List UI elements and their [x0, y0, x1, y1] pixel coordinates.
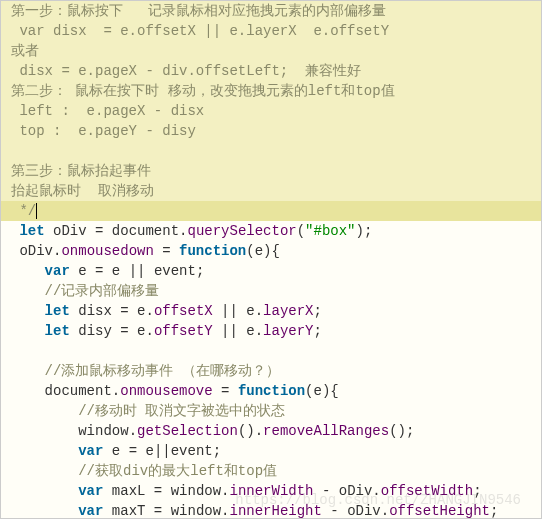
comment-line: 第一步：鼠标按下 记录鼠标相对应拖拽元素的内部偏移量	[1, 1, 541, 21]
ident-event: event	[171, 443, 213, 459]
comment-line: var disx = e.offsetX || e.layerX e.offse…	[1, 21, 541, 41]
code-line[interactable]: let disy = e.offsetY || e.layerY;	[1, 321, 541, 341]
ident-oDiv: oDiv	[19, 243, 53, 259]
comment-line: 第三步：鼠标抬起事件	[1, 161, 541, 181]
prop-offsetWidth: offsetWidth	[381, 483, 473, 499]
prop-innerWidth: innerWidth	[230, 483, 314, 499]
code-line[interactable]: var maxL = window.innerWidth - oDiv.offs…	[1, 481, 541, 501]
method-querySelector: querySelector	[187, 223, 296, 239]
string-box: "#box"	[305, 223, 355, 239]
code-line[interactable]: //添加鼠标移动事件 （在哪移动？）	[1, 361, 541, 381]
ident-event: event	[154, 263, 196, 279]
comment-line: 第二步： 鼠标在按下时 移动，改变拖拽元素的left和top值	[1, 81, 541, 101]
code-line[interactable]: //记录内部偏移量	[1, 281, 541, 301]
ident-disx: disx	[78, 303, 112, 319]
blank-line[interactable]	[1, 341, 541, 361]
ident-maxT: maxT	[112, 503, 146, 519]
param-e: (e){	[246, 243, 280, 259]
keyword-let: let	[19, 223, 44, 239]
comment-line: top : e.pageY - disy	[1, 121, 541, 141]
prop-offsetHeight: offsetHeight	[389, 503, 490, 519]
ident-e: e	[112, 443, 120, 459]
ident-window: window	[78, 423, 128, 439]
prop-layerY: layerY	[263, 323, 313, 339]
inline-comment: //记录内部偏移量	[45, 283, 160, 299]
code-line[interactable]: window.getSelection().removeAllRanges();	[1, 421, 541, 441]
inline-comment: //获取div的最大left和top值	[78, 463, 277, 479]
code-line[interactable]: //获取div的最大left和top值	[1, 461, 541, 481]
code-line[interactable]: var e = e||event;	[1, 441, 541, 461]
param-e: (e){	[305, 383, 339, 399]
ident-maxL: maxL	[112, 483, 146, 499]
code-line[interactable]: let disx = e.offsetX || e.layerX;	[1, 301, 541, 321]
ident-document: document	[112, 223, 179, 239]
comment-line: disx = e.pageX - div.offsetLeft; 兼容性好	[1, 61, 541, 81]
comment-end: */	[11, 203, 36, 219]
comment-line: 抬起鼠标时 取消移动	[1, 181, 541, 201]
ident-e: e	[78, 263, 86, 279]
event-onmousemove: onmousemove	[120, 383, 212, 399]
comment-end-current-line[interactable]: */	[1, 201, 541, 221]
inline-comment: //移动时 取消文字被选中的状态	[78, 403, 285, 419]
prop-layerX: layerX	[263, 303, 313, 319]
comment-line: left : e.pageX - disx	[1, 101, 541, 121]
method-getSelection: getSelection	[137, 423, 238, 439]
comment-line: 或者	[1, 41, 541, 61]
ident-oDiv: oDiv	[53, 223, 87, 239]
code-line[interactable]: document.onmousemove = function(e){	[1, 381, 541, 401]
keyword-function: function	[179, 243, 246, 259]
code-editor[interactable]: 第一步：鼠标按下 记录鼠标相对应拖拽元素的内部偏移量 var disx = e.…	[0, 0, 542, 519]
ident-document: document	[45, 383, 112, 399]
prop-innerHeight: innerHeight	[230, 503, 322, 519]
ident-disy: disy	[78, 323, 112, 339]
event-onmousedown: onmousedown	[61, 243, 153, 259]
code-line[interactable]: var maxT = window.innerHeight - oDiv.off…	[1, 501, 541, 519]
keyword-var: var	[78, 503, 103, 519]
method-removeAllRanges: removeAllRanges	[263, 423, 389, 439]
block-comment: 第一步：鼠标按下 记录鼠标相对应拖拽元素的内部偏移量 var disx = e.…	[1, 1, 541, 221]
keyword-var: var	[45, 263, 70, 279]
inline-comment: //添加鼠标移动事件 （在哪移动？）	[45, 363, 280, 379]
keyword-let: let	[45, 303, 70, 319]
prop-offsetY: offsetY	[154, 323, 213, 339]
text-cursor	[36, 203, 37, 219]
comment-line	[1, 141, 541, 161]
keyword-var: var	[78, 483, 103, 499]
code-line[interactable]: oDiv.onmousedown = function(e){	[1, 241, 541, 261]
prop-offsetX: offsetX	[154, 303, 213, 319]
code-line[interactable]: //移动时 取消文字被选中的状态	[1, 401, 541, 421]
keyword-function: function	[238, 383, 305, 399]
keyword-var: var	[78, 443, 103, 459]
keyword-let: let	[45, 323, 70, 339]
code-line[interactable]: var e = e || event;	[1, 261, 541, 281]
code-line[interactable]: let oDiv = document.querySelector("#box"…	[1, 221, 541, 241]
